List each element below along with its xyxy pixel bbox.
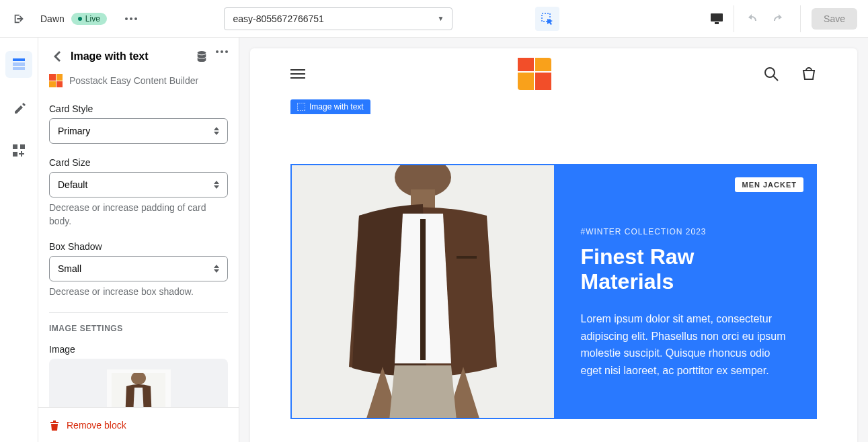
- sidebar-header: Image with text: [49, 48, 228, 64]
- save-button[interactable]: Save: [812, 8, 857, 30]
- sidebar-title: Image with text: [71, 50, 196, 62]
- box-shadow-value: Small: [58, 263, 81, 274]
- sections-rail-item[interactable]: [5, 51, 32, 78]
- section-tag[interactable]: Image with text: [290, 99, 370, 114]
- preview-page: Image with text: [250, 48, 857, 442]
- svg-point-14: [221, 50, 223, 53]
- viewport-desktop-button[interactable]: [707, 5, 734, 32]
- box-shadow-helper: Decrease or increase box shadow.: [49, 285, 228, 299]
- card-size-field: Card Size Default Decrease or increase p…: [49, 157, 228, 228]
- svg-point-0: [125, 17, 128, 20]
- undo-button[interactable]: [738, 5, 765, 32]
- block-body: Lorem ipsum dolor sit amet, consectetur …: [581, 310, 789, 379]
- divider: [49, 312, 228, 313]
- cart-icon[interactable]: [801, 66, 817, 82]
- card-size-select[interactable]: Default: [49, 172, 228, 197]
- apps-rail-item[interactable]: [5, 137, 32, 164]
- block-subheading: #WINTER COLLECTION 2023: [581, 227, 789, 236]
- more-actions-button[interactable]: [120, 8, 142, 30]
- live-badge-label: Live: [85, 14, 100, 24]
- image-with-text-block[interactable]: MEN JACKET #WINTER COLLECTION 2023 Fines…: [290, 164, 817, 419]
- image-preview[interactable]: [49, 359, 228, 407]
- svg-rect-9: [13, 144, 17, 149]
- svg-rect-10: [20, 144, 25, 149]
- top-bar: Dawn Live easy-8055672766751 ▼ Save: [0, 0, 868, 38]
- card-style-value: Primary: [58, 126, 90, 136]
- store-logo[interactable]: [518, 58, 551, 90]
- card-style-label: Card Style: [49, 103, 228, 114]
- template-selector[interactable]: easy-8055672766751 ▼: [224, 7, 452, 30]
- select-caret-icon: [214, 127, 219, 135]
- live-badge: Live: [71, 13, 107, 25]
- block-heading: Finest Raw Materials: [581, 245, 789, 294]
- header-actions: [763, 66, 817, 82]
- theme-settings-rail-item[interactable]: [5, 94, 32, 121]
- top-right-actions: Save: [707, 5, 863, 32]
- box-shadow-label: Box Shadow: [49, 241, 228, 252]
- store-header: [250, 48, 857, 99]
- inspector-toggle[interactable]: [535, 7, 559, 31]
- category-badge: MEN JACKET: [735, 177, 803, 192]
- image-settings-heading: IMAGE SETTINGS: [49, 324, 228, 333]
- main-content: Image with text Posstack Easy Content Bu…: [0, 38, 868, 442]
- trash-icon: [49, 419, 60, 431]
- more-icon[interactable]: [216, 50, 228, 62]
- svg-point-13: [216, 50, 219, 53]
- svg-rect-25: [457, 256, 477, 259]
- card-style-select[interactable]: Primary: [49, 118, 228, 144]
- left-rail: [0, 38, 38, 442]
- app-name-label: Posstack Easy Content Builder: [69, 75, 198, 86]
- data-icon[interactable]: [196, 50, 208, 62]
- svg-point-12: [198, 51, 206, 54]
- image-field: Image: [49, 344, 228, 407]
- box-shadow-field: Box Shadow Small Decrease or increase bo…: [49, 241, 228, 299]
- remove-block-button[interactable]: Remove block: [38, 407, 239, 442]
- svg-point-15: [225, 50, 228, 53]
- card-size-value: Default: [58, 179, 87, 190]
- section-tag-label: Image with text: [309, 102, 364, 112]
- card-size-label: Card Size: [49, 157, 228, 168]
- sidebar-scroll[interactable]: Image with text Posstack Easy Content Bu…: [38, 38, 239, 407]
- svg-rect-5: [715, 22, 719, 24]
- svg-point-1: [130, 17, 132, 20]
- app-attribution[interactable]: Posstack Easy Content Builder: [49, 74, 228, 87]
- caret-down-icon: ▼: [438, 15, 444, 22]
- select-caret-icon: [214, 181, 219, 189]
- svg-rect-20: [297, 103, 305, 111]
- app-icon: [49, 74, 63, 87]
- card-size-helper: Decrease or increase padding of card bod…: [49, 202, 228, 228]
- redo-button[interactable]: [765, 5, 792, 32]
- menu-icon[interactable]: [290, 69, 305, 79]
- block-text-panel: MEN JACKET #WINTER COLLECTION 2023 Fines…: [554, 165, 816, 418]
- svg-line-19: [773, 76, 778, 81]
- svg-point-2: [134, 17, 137, 20]
- card-style-field: Card Style Primary: [49, 103, 228, 144]
- svg-rect-8: [13, 67, 25, 70]
- svg-rect-24: [420, 219, 426, 360]
- svg-point-18: [765, 68, 775, 77]
- template-selected-text: easy-8055672766751: [233, 13, 323, 24]
- back-button[interactable]: [49, 48, 65, 64]
- image-thumbnail: [107, 369, 171, 407]
- box-shadow-select[interactable]: Small: [49, 256, 228, 281]
- remove-block-label: Remove block: [67, 420, 126, 431]
- settings-sidebar: Image with text Posstack Easy Content Bu…: [38, 38, 239, 442]
- exit-button[interactable]: [5, 5, 32, 32]
- sidebar-header-actions: [196, 50, 228, 62]
- svg-rect-11: [13, 152, 17, 157]
- undo-redo-group: [738, 5, 801, 32]
- select-caret-icon: [214, 265, 219, 273]
- svg-rect-4: [711, 13, 723, 21]
- svg-rect-6: [13, 58, 25, 61]
- svg-rect-7: [13, 62, 25, 66]
- preview-canvas[interactable]: Image with text: [239, 38, 868, 442]
- theme-name: Dawn: [40, 13, 65, 24]
- image-field-label: Image: [49, 344, 228, 355]
- search-icon[interactable]: [763, 66, 779, 82]
- section-icon: [297, 103, 305, 111]
- block-image: [292, 165, 554, 418]
